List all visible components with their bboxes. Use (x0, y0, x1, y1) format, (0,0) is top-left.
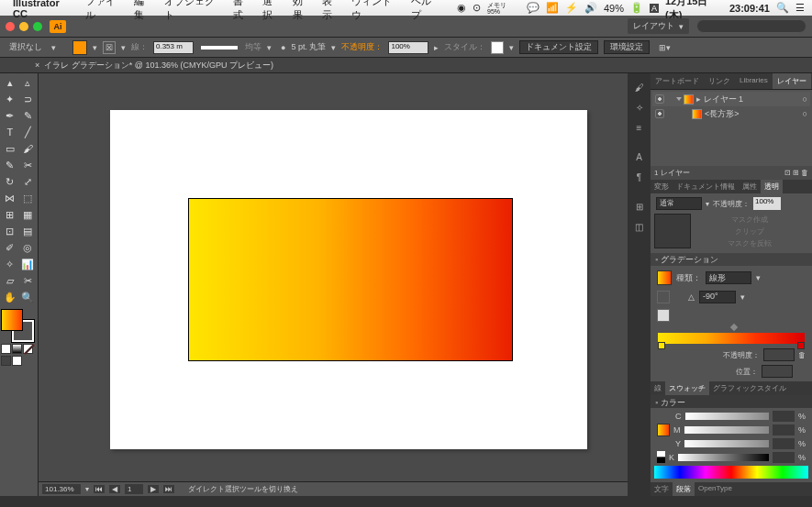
chevron-right-icon[interactable]: ▸ (434, 43, 439, 52)
tab-transparency[interactable]: 透明 (761, 180, 783, 193)
invert-mask-checkbox[interactable]: マスクを反転 (691, 237, 808, 249)
chevron-down-icon[interactable]: ▾ (85, 485, 89, 493)
tab-transform[interactable]: 変形 (651, 180, 673, 193)
bluetooth-icon[interactable]: ⚡ (565, 2, 578, 14)
pen-tool-icon[interactable]: ✒ (1, 107, 19, 124)
layer-name[interactable]: ▸ レイヤー 1 (696, 94, 743, 105)
fill-color[interactable] (1, 309, 23, 331)
gradient-stop[interactable] (797, 342, 805, 349)
input-method-icon[interactable]: A (650, 4, 659, 13)
rotate-tool-icon[interactable]: ↻ (1, 173, 19, 190)
preferences-button[interactable]: 環境設定 (604, 40, 650, 54)
blend-mode-select[interactable]: 通常 (656, 197, 702, 210)
reflect-tool-icon[interactable]: ⤢ (19, 173, 38, 190)
midpoint-icon[interactable] (730, 324, 738, 331)
perspective-tool-icon[interactable]: ▦ (19, 206, 38, 223)
lasso-tool-icon[interactable]: ⊃ (19, 91, 38, 107)
nav-first-icon[interactable]: ⏮ (94, 485, 105, 493)
hand-tool-icon[interactable]: ✋ (1, 289, 19, 305)
slice-tool-icon[interactable]: ✂ (19, 272, 38, 289)
close-tab-icon[interactable]: × (35, 61, 39, 70)
none-mode-icon[interactable] (23, 344, 33, 354)
clip-checkbox[interactable]: クリップ (691, 226, 808, 237)
menu-type[interactable]: 書式 (233, 0, 252, 22)
nav-last-icon[interactable]: ⏭ (163, 485, 174, 493)
nav-prev-icon[interactable]: ◀ (109, 485, 120, 493)
spectrum-picker[interactable] (654, 466, 808, 479)
tab-docinfo[interactable]: ドキュメント情報 (673, 180, 739, 193)
dock-align-icon[interactable]: ⊞ (628, 196, 651, 216)
reverse-gradient-icon[interactable] (657, 309, 670, 322)
menu-select[interactable]: 選択 (262, 0, 282, 22)
menu-edit[interactable]: 編集 (134, 0, 153, 22)
chevron-down-icon[interactable]: ▾ (267, 43, 272, 52)
white-swatch[interactable] (657, 451, 665, 457)
opacity-input[interactable]: 100% (753, 197, 781, 210)
search-input[interactable] (696, 19, 806, 33)
dock-brushes-icon[interactable]: 🖌 (628, 77, 651, 97)
curvature-tool-icon[interactable]: ✎ (19, 107, 38, 124)
target-icon[interactable]: ○ (803, 94, 807, 104)
target-icon[interactable]: ○ (803, 109, 807, 118)
m-slider[interactable] (684, 426, 769, 434)
document-tab[interactable]: イラレ グラデーション* @ 101.36% (CMYK/GPU プレビュー) (44, 60, 273, 72)
tab-opentype[interactable]: OpenType (695, 482, 736, 496)
stroke-style-preview[interactable] (201, 46, 238, 50)
status-line-icon[interactable]: 💬 (527, 2, 539, 14)
spotlight-icon[interactable]: 🔍 (776, 2, 789, 14)
expand-icon[interactable] (676, 97, 682, 101)
y-slider[interactable] (684, 440, 769, 447)
page-input[interactable]: 1 (125, 484, 143, 494)
visibility-icon[interactable] (655, 94, 664, 104)
rectangle-tool-icon[interactable]: ▭ (1, 140, 19, 157)
menu-object[interactable]: オブジェクト (164, 0, 223, 22)
c-input[interactable] (773, 411, 795, 422)
eraser-tool-icon[interactable]: ✂ (19, 157, 38, 173)
color-swatch-icon[interactable] (657, 424, 670, 436)
layer-row[interactable]: ▸ レイヤー 1 ○ (652, 92, 810, 106)
opacity-input[interactable]: 100% (388, 41, 428, 54)
chevron-down-icon[interactable]: ▾ (331, 43, 336, 52)
chevron-down-icon[interactable]: ▾ (756, 273, 761, 282)
tab-libraries[interactable]: Libraries (735, 73, 773, 89)
k-slider[interactable] (678, 454, 769, 461)
chevron-down-icon[interactable]: ▾ (706, 200, 709, 208)
brush-label[interactable]: 5 pt. 丸筆 (291, 41, 326, 53)
paintbrush-tool-icon[interactable]: 🖌 (19, 140, 38, 157)
stroke-width-input[interactable]: 0.353 m (153, 41, 194, 54)
mesh-tool-icon[interactable]: ⊡ (1, 223, 19, 239)
gradient-rectangle[interactable] (188, 198, 513, 361)
menu-effect[interactable]: 効果 (293, 0, 312, 22)
tab-character[interactable]: 文字 (651, 482, 673, 496)
black-swatch[interactable] (657, 457, 665, 463)
menu-view[interactable]: 表示 (322, 0, 341, 22)
notification-icon[interactable]: ☰ (795, 2, 805, 14)
artboard[interactable] (110, 110, 587, 449)
dock-symbols-icon[interactable]: ✧ (628, 97, 651, 117)
chevron-down-icon[interactable]: ▾ (740, 292, 745, 302)
dock-pathfinder-icon[interactable]: ◫ (628, 216, 651, 237)
app-name[interactable]: Illustrator CC (13, 0, 75, 19)
dock-paragraph-icon[interactable]: ¶ (628, 167, 651, 187)
stop-opacity-input[interactable] (763, 348, 795, 361)
object-name[interactable]: <長方形> (705, 108, 740, 120)
eyedropper-tool-icon[interactable]: ✐ (1, 239, 19, 256)
tab-attributes[interactable]: 属性 (739, 180, 761, 193)
c-slider[interactable] (685, 413, 769, 420)
artboard-tool-icon[interactable]: ▱ (1, 272, 19, 289)
volume-icon[interactable]: 🔊 (584, 2, 597, 14)
tab-stroke[interactable]: 線 (651, 381, 665, 395)
gradient-slider[interactable] (658, 333, 805, 344)
dock-character-icon[interactable]: A (628, 147, 651, 167)
tab-layers[interactable]: レイヤー (773, 73, 811, 89)
style-swatch[interactable] (491, 41, 504, 54)
gradient-swatch[interactable] (657, 270, 672, 285)
gradient-stop[interactable] (658, 342, 665, 349)
chevron-down-icon[interactable]: ▾ (93, 43, 97, 52)
tab-paragraph[interactable]: 段落 (673, 482, 695, 496)
selection-tool-icon[interactable]: ▴ (1, 74, 19, 91)
symbol-tool-icon[interactable]: ✧ (1, 256, 19, 272)
screen-mode-icon[interactable] (12, 356, 22, 366)
blend-tool-icon[interactable]: ◎ (19, 239, 38, 256)
zoom-level[interactable]: 101.36% (42, 484, 81, 494)
